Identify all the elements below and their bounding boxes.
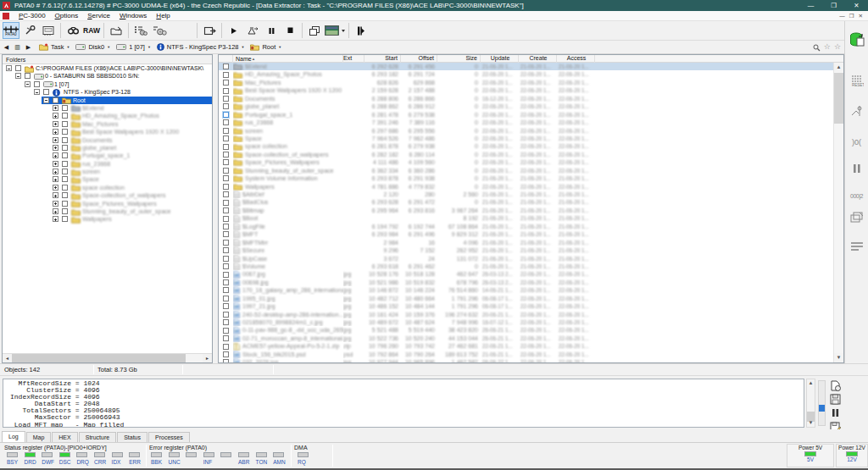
file-row[interactable]: $BadClus6 293 6286 291 472021-06-20 1...… <box>219 198 833 206</box>
row-checkbox[interactable] <box>223 279 229 285</box>
file-row[interactable]: Stock_156_blk2015.psdpsd10 792 86410 790… <box>219 351 833 358</box>
row-checkbox[interactable] <box>223 256 229 262</box>
tree-expander[interactable] <box>53 208 58 214</box>
tree-expander[interactable] <box>53 113 58 119</box>
column-header-name[interactable]: Name ▲ <box>233 55 343 63</box>
row-checkbox[interactable] <box>223 64 229 69</box>
maximize-button[interactable]: ❐ <box>822 0 845 11</box>
file-row[interactable]: $Boot8 19221-06-20 1...21-06-20 1...21-0… <box>219 214 833 222</box>
favorite-icon[interactable]: ☆ <box>834 43 841 51</box>
row-checkbox[interactable] <box>223 319 229 325</box>
dropdown-arrow-icon[interactable]: ▼ <box>107 45 110 49</box>
row-checkbox[interactable] <box>223 351 229 357</box>
recalibrate-icon[interactable]: )0( <box>852 133 861 148</box>
file-row[interactable]: $Extend6 292 6286 291 456021-06-20 1...2… <box>219 63 833 70</box>
tree-item[interactable]: HD_Amazing_Space_Photos <box>3 112 212 119</box>
tree-checkbox[interactable] <box>62 161 68 167</box>
file-row[interactable]: Stunning_beauty_of_outer_space6 362 3346… <box>219 167 833 174</box>
row-checkbox[interactable] <box>223 135 229 141</box>
tree-item[interactable]: C:\PROGRAM FILES (X86)\ACE LAB\PC-3000\B… <box>3 64 212 72</box>
tree-expander[interactable] <box>15 73 21 79</box>
column-header-ext[interactable]: Ext <box>343 55 364 63</box>
tree-item[interactable]: screen <box>3 168 212 175</box>
row-checkbox[interactable] <box>223 184 229 190</box>
tree-item[interactable]: Documents <box>3 136 212 144</box>
tab-hex[interactable]: HEX <box>52 432 77 442</box>
tree-expander[interactable] <box>53 169 58 174</box>
file-row[interactable]: $Volume6 293 6186 291 462021-06-20 1...2… <box>219 263 833 270</box>
sector-view-icon[interactable]: 000|2 <box>850 186 863 202</box>
log-output[interactable]: MftRecordSize = 1024 ClusterSize = 4096 … <box>3 379 804 428</box>
tree-item[interactable]: Wallpapers <box>3 215 212 223</box>
row-checkbox[interactable] <box>223 128 229 134</box>
tree-item[interactable]: Space-collection_of_wallpapers <box>3 191 212 199</box>
tree-checkbox[interactable] <box>62 185 68 191</box>
menu-help[interactable]: Help <box>156 12 170 19</box>
dropdown-arrow-icon[interactable]: ▼ <box>66 45 70 49</box>
row-checkbox[interactable] <box>223 247 229 253</box>
tree-checkbox[interactable] <box>62 129 68 135</box>
row-checkbox[interactable] <box>223 224 229 229</box>
exit-button[interactable] <box>353 22 370 39</box>
row-checkbox[interactable] <box>223 231 229 237</box>
dropdown-arrow-icon[interactable]: ▼ <box>147 45 151 49</box>
row-checkbox[interactable] <box>223 80 229 86</box>
menu-options[interactable]: Options <box>55 12 79 19</box>
tree-checkbox[interactable] <box>62 145 68 151</box>
pause-button[interactable] <box>263 22 280 39</box>
scroll-left-arrow[interactable]: ◂ <box>3 354 12 362</box>
tab-log[interactable]: Log <box>2 431 25 442</box>
file-table-header[interactable]: Name ▲ExtStartOffsetSizeUpdateCreateAcce… <box>219 55 843 63</box>
column-header-start[interactable]: Start <box>364 55 401 63</box>
favorite-add-icon[interactable]: ☆ <box>824 43 831 51</box>
tree-item[interactable]: rus_23668 <box>3 160 212 168</box>
file-row[interactable]: $Bitmap6 295 9646 293 8163 967 26421-06-… <box>219 207 833 214</box>
row-checkbox[interactable] <box>223 191 229 197</box>
tree-expander[interactable] <box>34 89 40 95</box>
tree-expander[interactable] <box>53 176 58 182</box>
row-checkbox[interactable] <box>223 72 229 78</box>
minimize-button[interactable]: — <box>799 0 822 11</box>
head-select-icon[interactable] <box>850 104 864 123</box>
tree-checkbox[interactable] <box>43 89 49 95</box>
file-row[interactable]: $UpCase3 67224131 07221-06-20 1...21-06-… <box>219 255 833 263</box>
tree-checkbox[interactable] <box>62 216 68 222</box>
row-checkbox[interactable] <box>223 168 229 174</box>
nav-history-button[interactable]: ▥ <box>13 42 22 53</box>
tree-expander[interactable] <box>53 201 58 207</box>
file-row[interactable]: 0-11-pav-988_gc-8_-dd_ucc_uda_2658...jpg… <box>219 326 833 334</box>
slider-handle[interactable] <box>819 405 825 412</box>
row-checkbox[interactable] <box>223 312 229 318</box>
port-pata0-button[interactable]: PATA0 <box>3 22 19 39</box>
tree-checkbox[interactable] <box>62 169 68 174</box>
column-header-update[interactable]: Update <box>481 55 519 63</box>
file-row[interactable]: $AttrDef2 1202802 56021-06-20 1...21-06-… <box>219 191 833 198</box>
tree-checkbox[interactable] <box>15 65 21 71</box>
copy-windows-icon[interactable] <box>850 212 864 227</box>
tree-expander[interactable] <box>53 105 58 111</box>
row-checkbox[interactable] <box>223 88 229 94</box>
raw-view-button[interactable]: RAW <box>83 22 100 39</box>
tree-expander[interactable] <box>53 121 58 127</box>
file-row[interactable]: $MFTMirr2 984164 09621-06-20 1...21-06-2… <box>219 239 833 246</box>
file-row[interactable]: 240-52-desktop-amp-286-internation...jpg… <box>219 311 833 318</box>
file-row[interactable]: Space7 964 5267 962 486022-06-20 1...22-… <box>219 135 833 142</box>
tab-status[interactable]: Status <box>117 432 147 442</box>
row-checkbox[interactable] <box>223 328 229 334</box>
mdi-close-button[interactable]: ✕ <box>859 13 863 19</box>
row-checkbox[interactable] <box>223 335 229 341</box>
menu-windows[interactable]: Windows <box>120 12 147 19</box>
file-row[interactable]: screen6 297 6866 295 556022-06-20 1...22… <box>219 127 833 135</box>
row-checkbox[interactable] <box>223 207 229 213</box>
column-header-access[interactable]: Access <box>557 55 595 63</box>
mdi-child-icon[interactable] <box>3 13 9 19</box>
file-row[interactable]: 032_2076.jpgjpg10 977 94410 965 8961 462… <box>219 358 833 362</box>
task-list-2-button[interactable] <box>151 22 168 39</box>
tree-expander[interactable] <box>53 185 58 191</box>
row-checkbox[interactable] <box>223 175 229 181</box>
tree-expander[interactable] <box>53 161 58 167</box>
tree-checkbox[interactable] <box>62 192 68 198</box>
file-row[interactable]: $MFT6 293 9846 291 4969 829 31221-06-20 … <box>219 230 833 238</box>
tree-checkbox[interactable] <box>62 201 68 207</box>
file-row[interactable]: Mac_Pictures628 826629 868022-06-20 1...… <box>219 79 833 86</box>
